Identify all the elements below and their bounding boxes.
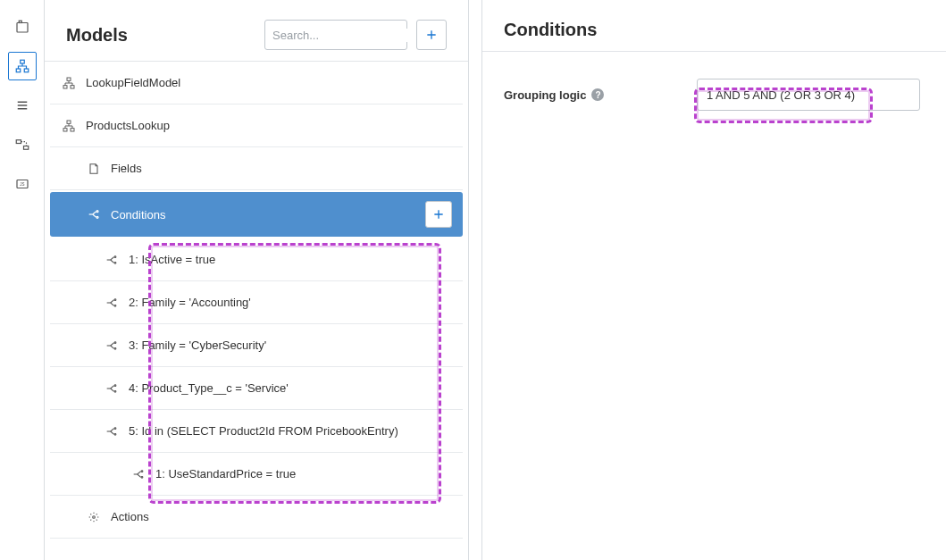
svg-point-23 <box>114 347 116 349</box>
models-tree: LookupFieldModel ProductsLookup Fields C… <box>45 62 468 539</box>
nav-rail: JS <box>0 0 45 560</box>
svg-point-26 <box>114 427 116 429</box>
add-condition-button[interactable] <box>425 201 452 228</box>
svg-point-19 <box>114 262 116 263</box>
condition-label: 4: Product_Type__c = 'Service' <box>129 381 452 395</box>
condition-row[interactable]: 1: IsActive = true <box>50 238 463 281</box>
rail-pages-icon[interactable] <box>8 13 37 41</box>
tree-item-actions[interactable]: Actions <box>50 496 463 539</box>
tree-item-fields[interactable]: Fields <box>50 147 463 190</box>
rail-list-icon[interactable] <box>8 91 37 120</box>
models-header: Models <box>45 0 468 62</box>
model-item-productslookup[interactable]: ProductsLookup <box>50 104 463 147</box>
help-icon[interactable]: ? <box>591 88 604 101</box>
branch-icon <box>104 295 120 311</box>
svg-point-24 <box>114 384 116 386</box>
svg-rect-5 <box>16 140 21 144</box>
svg-point-17 <box>96 216 98 218</box>
svg-point-21 <box>114 305 116 306</box>
conditions-header: Conditions <box>482 0 946 52</box>
model-icon <box>61 75 77 91</box>
svg-point-27 <box>114 433 116 435</box>
rail-js-icon[interactable]: JS <box>8 170 37 198</box>
branch-icon <box>104 380 120 397</box>
svg-text:JS: JS <box>20 182 24 187</box>
fields-label: Fields <box>111 162 452 175</box>
add-model-button[interactable] <box>416 20 447 50</box>
condition-label: 2: Family = 'Accounting' <box>129 296 452 309</box>
svg-rect-13 <box>67 121 71 123</box>
rail-models-icon[interactable] <box>8 52 37 80</box>
condition-row[interactable]: 4: Product_Type__c = 'Service' <box>50 367 463 410</box>
condition-row[interactable]: 5: Id in (SELECT Product2Id FROM Pricebo… <box>50 410 463 453</box>
app-root: JS Models LookupFieldModel <box>0 0 946 560</box>
svg-rect-10 <box>67 78 71 80</box>
conditions-title: Conditions <box>504 20 925 40</box>
svg-rect-6 <box>23 146 28 150</box>
grouping-logic-label: Grouping logic ? <box>504 88 682 102</box>
svg-rect-11 <box>63 85 67 88</box>
model-label: LookupFieldModel <box>86 76 452 89</box>
condition-row[interactable]: 3: Family = 'CyberSecurity' <box>50 324 463 367</box>
search-input[interactable] <box>272 29 423 42</box>
conditions-label: Conditions <box>111 208 416 221</box>
subcondition-row[interactable]: 1: UseStandardPrice = true <box>50 453 463 496</box>
model-label: ProductsLookup <box>86 119 452 132</box>
svg-point-18 <box>114 255 116 257</box>
tree-item-conditions[interactable]: Conditions <box>50 192 463 237</box>
svg-point-30 <box>93 515 96 518</box>
svg-rect-14 <box>63 128 67 130</box>
actions-icon <box>86 509 102 525</box>
models-panel: Models LookupFieldModel <box>45 0 469 560</box>
svg-point-16 <box>96 211 98 213</box>
grouping-logic-input[interactable] <box>697 79 920 111</box>
fields-icon <box>86 161 102 177</box>
condition-label: 3: Family = 'CyberSecurity' <box>129 339 452 352</box>
rail-flow-icon[interactable] <box>8 130 37 159</box>
svg-point-25 <box>114 390 116 392</box>
svg-rect-3 <box>16 69 21 72</box>
grouping-logic-row: Grouping logic ? <box>482 52 946 138</box>
subcondition-label: 1: UseStandardPrice = true <box>155 467 452 481</box>
model-icon <box>61 118 77 134</box>
svg-rect-0 <box>17 23 28 33</box>
svg-point-29 <box>141 476 143 478</box>
svg-point-20 <box>114 298 116 300</box>
svg-rect-1 <box>19 21 21 22</box>
condition-label: 5: Id in (SELECT Product2Id FROM Pricebo… <box>129 424 452 438</box>
condition-label: 1: IsActive = true <box>129 253 452 266</box>
branch-icon <box>104 338 120 354</box>
models-search[interactable] <box>264 20 407 50</box>
branch-icon <box>104 423 120 439</box>
svg-rect-15 <box>71 128 74 130</box>
actions-label: Actions <box>111 510 452 523</box>
svg-rect-2 <box>20 60 24 63</box>
svg-point-28 <box>141 470 143 472</box>
grouping-logic-label-text: Grouping logic <box>504 88 586 102</box>
conditions-icon <box>86 206 102 222</box>
condition-row[interactable]: 2: Family = 'Accounting' <box>50 281 463 324</box>
panel-divider <box>469 0 482 560</box>
branch-icon <box>104 252 120 268</box>
branch-icon <box>130 466 147 482</box>
svg-point-22 <box>114 341 116 343</box>
model-item-lookupfieldmodel[interactable]: LookupFieldModel <box>50 62 463 104</box>
svg-rect-12 <box>71 85 74 88</box>
conditions-panel: Conditions Grouping logic ? <box>482 0 946 560</box>
svg-rect-4 <box>24 69 29 72</box>
models-title: Models <box>66 25 255 46</box>
